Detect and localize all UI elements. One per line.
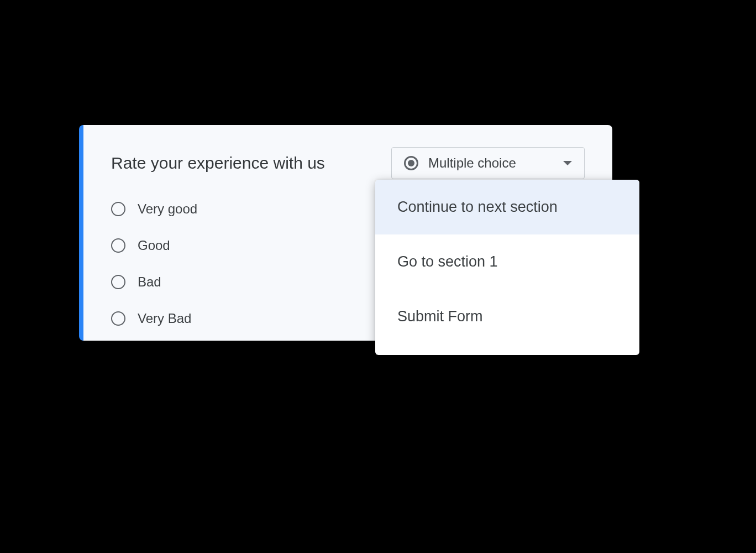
question-type-label: Multiple choice xyxy=(428,155,516,171)
navigation-dropdown: Continue to next section Go to section 1… xyxy=(375,180,639,355)
menu-item-continue[interactable]: Continue to next section xyxy=(375,180,639,234)
question-title[interactable]: Rate your experience with us xyxy=(111,154,369,173)
radio-icon xyxy=(111,238,125,253)
menu-item-submit-form[interactable]: Submit Form xyxy=(375,289,639,344)
option-label: Very Bad xyxy=(138,311,191,326)
card-header: Rate your experience with us Multiple ch… xyxy=(111,147,585,179)
question-type-selector[interactable]: Multiple choice xyxy=(391,147,585,179)
radio-icon xyxy=(111,275,125,289)
option-label: Bad xyxy=(138,274,161,290)
radio-icon xyxy=(111,311,125,326)
chevron-down-icon xyxy=(563,161,572,165)
menu-item-goto-section-1[interactable]: Go to section 1 xyxy=(375,234,639,289)
radio-dot-icon xyxy=(404,156,418,170)
radio-icon xyxy=(111,202,125,216)
option-label: Very good xyxy=(138,201,197,217)
option-label: Good xyxy=(138,238,170,253)
